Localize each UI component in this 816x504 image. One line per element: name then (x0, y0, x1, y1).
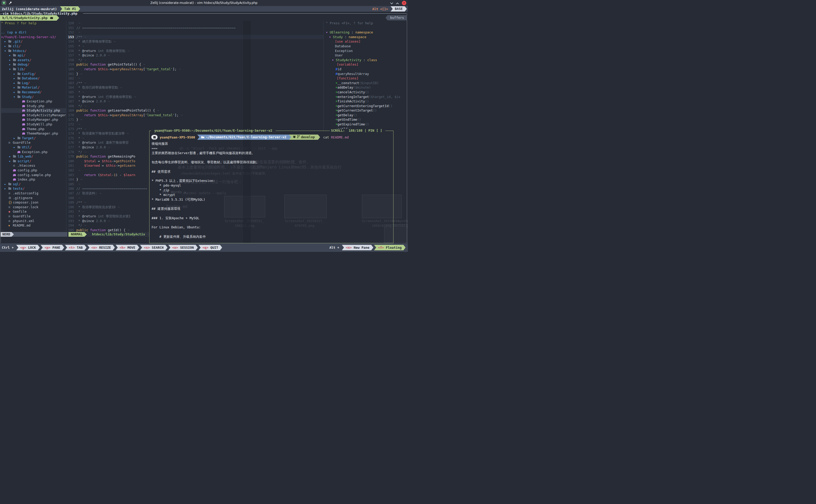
tag-item[interactable]: #queryResultArray (324, 72, 408, 76)
tree-item[interactable]: ▸Material/ (1, 85, 66, 90)
tag-item[interactable]: +getEndTime() (324, 117, 408, 122)
tag-item[interactable]: Database (324, 44, 408, 49)
tree-item[interactable]: StudyManager.php (1, 117, 66, 122)
minimize-icon[interactable] (390, 2, 393, 5)
tag-item[interactable]: +getDelay() (324, 113, 408, 118)
tree-root-path[interactable]: </Yuan/E-learning-Server-v2/ (1, 35, 66, 39)
tag-item[interactable]: +__construct($inputID) (324, 81, 408, 85)
tag-item[interactable]: Exception (324, 49, 408, 53)
tag-item[interactable]: ▾ Study : namespace (324, 35, 408, 39)
tree-item[interactable]: {}composer.json (1, 200, 66, 205)
tree-item[interactable]: StudyActivityManager.php (1, 113, 66, 118)
tag-item[interactable]: User (324, 53, 408, 58)
chevron-right-icon[interactable]: ▸ (13, 81, 18, 85)
chevron-right-icon[interactable]: ▸ (4, 39, 8, 44)
code-line[interactable]: 151// ==================================… (66, 26, 323, 30)
tree-item[interactable]: StudyActivity.php (1, 108, 66, 113)
tree-item[interactable]: Study.php (1, 104, 66, 108)
chevron-right-icon[interactable]: ▸ (13, 76, 18, 81)
chevron-right-icon[interactable]: ▸ (9, 53, 13, 58)
nerdtree-panel[interactable]: " Press ? for help.. (up a dir)</Yuan/E-… (1, 21, 66, 232)
tag-item[interactable]: [use aliases] (324, 39, 408, 44)
tree-item[interactable]: config.php (1, 168, 66, 173)
code-line[interactable]: 165 * ¬ (66, 90, 323, 95)
code-line[interactable]: 170 return $this->queryResultArray['lear… (66, 113, 323, 118)
tree-item[interactable]: ≡Guardfile (1, 214, 66, 219)
tree-item[interactable]: ThemeManager.php (1, 131, 66, 136)
code-line[interactable]: 153/** ¬ (66, 35, 323, 39)
tree-item[interactable]: ▸debug/ (1, 62, 66, 67)
tree-item[interactable]: ≡.editorconfig (1, 191, 66, 196)
code-line[interactable]: 162 ¬ (66, 76, 323, 81)
tag-item[interactable]: +cancelActivity() (324, 90, 408, 95)
code-line[interactable]: 150 ¬ (66, 21, 323, 26)
chevron-right-icon[interactable]: ▸ (13, 85, 18, 90)
tree-item[interactable]: ▸Config/ (1, 72, 66, 76)
chevron-right-icon[interactable]: ▸ (9, 159, 13, 164)
tag-item[interactable]: [functions] (324, 76, 408, 81)
tree-item[interactable]: ▸Target/ (1, 136, 66, 141)
tree-item[interactable]: ⚙.gitignore (1, 196, 66, 200)
tree-up-dir[interactable]: .. (up a dir) (1, 30, 66, 35)
code-line[interactable]: 171} ¬ (66, 117, 323, 122)
tree-item[interactable]: Exception.php (1, 99, 66, 104)
code-line[interactable]: 154 * 總共要學幾個學習點 ¬ (66, 39, 323, 44)
tree-item[interactable]: ▸api/ (1, 53, 66, 58)
tree-item[interactable]: Exception.php (1, 150, 66, 154)
tag-item[interactable]: +finishActivity() (324, 99, 408, 104)
chevron-right-icon[interactable]: ▸ (13, 90, 18, 95)
tree-item[interactable]: ≡phpunit.xml (1, 219, 66, 223)
tree-item[interactable]: ≡composer.lock (1, 205, 66, 210)
tree-item[interactable]: ▸cli/ (1, 44, 66, 49)
code-line[interactable]: 160 return $this->queryResultArray['targ… (66, 67, 323, 72)
tag-item[interactable]: +addDelay($minute) (324, 85, 408, 90)
tag-item[interactable]: #id (324, 67, 408, 72)
code-line[interactable]: 161} ¬ (66, 72, 323, 76)
tree-item[interactable]: ▸Log/ (1, 81, 66, 85)
code-line[interactable]: 164 * 取得已經學過幾個學習點 ¬ (66, 85, 323, 90)
tree-item[interactable]: ▸Recommand/ (1, 90, 66, 95)
chevron-right-icon[interactable]: ▸ (4, 44, 8, 49)
floating-terminal-pane[interactable]: yuan@Yuan-XPS-9500:~/Documents/Git/Yuan/… (149, 131, 393, 243)
chevron-right-icon[interactable]: ▸ (13, 136, 18, 141)
tree-item[interactable]: ▾lib/ (1, 67, 66, 72)
tag-item[interactable]: +getCurrentInTarget() (324, 108, 408, 113)
tree-item[interactable]: ▼README.md (1, 223, 66, 228)
code-line[interactable]: 158 */ ¬ (66, 58, 323, 62)
buffer-badge[interactable]: h/l/S/StudyActivity.php (0, 15, 59, 21)
tree-item[interactable]: StudyWill.php (1, 122, 66, 127)
tree-item[interactable]: ≡.htaccess (1, 163, 66, 168)
chevron-down-icon[interactable]: ▾ (9, 67, 13, 72)
close-icon[interactable]: ✕ (402, 1, 406, 5)
tagbar-panel[interactable]: " Press <F1>, ? for help▾ UElearning : n… (323, 21, 408, 131)
code-line[interactable]: 152 ¬ (66, 30, 323, 35)
tag-item[interactable]: +getCurrentEnteringTargetId() (324, 104, 408, 108)
code-line[interactable]: 167 * @since 2.0.0 ¬ (66, 99, 323, 104)
code-line[interactable]: 157 * @since 2.0.0 ¬ (66, 53, 323, 58)
code-line[interactable]: 156 * @return int 有幾個學習點 ¬ (66, 49, 323, 53)
chevron-right-icon[interactable]: ▸ (9, 58, 13, 62)
tree-item[interactable]: config.sample.php (1, 173, 66, 177)
tree-item[interactable]: ▸script/ (1, 159, 66, 164)
tag-item[interactable]: [variables] (324, 62, 408, 67)
code-line[interactable]: 155 * ¬ (66, 44, 323, 49)
tag-item[interactable]: ▾ StudyActivity : class (324, 58, 408, 62)
code-line[interactable]: 169public function getLearnedPointTotal(… (66, 108, 323, 113)
tree-item[interactable]: ▸Util/ (1, 145, 66, 150)
tree-item[interactable]: index.php (1, 177, 66, 182)
buffers-tab[interactable]: buffers (385, 15, 407, 20)
tree-item[interactable]: Theme.php (1, 127, 66, 131)
tree-item[interactable]: ▸assets/ (1, 58, 66, 62)
tab-1[interactable]: Tab #1 (60, 6, 80, 11)
chevron-right-icon[interactable]: ▸ (13, 145, 18, 150)
maximize-icon[interactable] (396, 2, 399, 5)
tree-item[interactable]: ▾htdocs/ (1, 49, 66, 53)
tree-item[interactable]: ▾Study/ (1, 95, 66, 99)
tree-item[interactable]: ▸Database/ (1, 76, 66, 81)
code-line[interactable]: 159public function getPointTotal() { ¬ (66, 62, 323, 67)
chevron-right-icon[interactable]: ▸ (4, 182, 8, 187)
tree-item[interactable]: ▸tests/ (1, 186, 66, 191)
tag-item[interactable]: +getExpiredTime() (324, 122, 408, 127)
code-line[interactable]: 168 */ ¬ (66, 104, 323, 108)
code-line[interactable]: 163/** ¬ (66, 81, 323, 85)
